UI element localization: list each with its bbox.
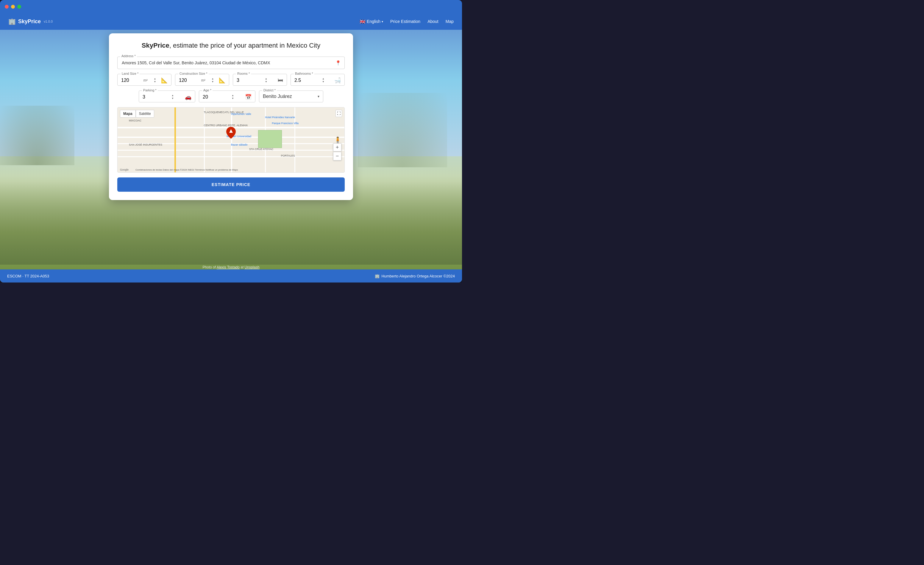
bathrooms-controls: ▲ ▼	[321, 77, 325, 83]
footer: ESCOM · TT 2024-A053 🏢 Humberto Alejandr…	[0, 270, 462, 283]
age-input[interactable]	[203, 94, 220, 100]
construction-size-label: Construction Size *	[178, 72, 208, 75]
rooms-field: Rooms * ▲ ▼ 🛏	[233, 74, 287, 86]
map-label-hiperlumen: Hiperlumen Valle	[231, 112, 251, 115]
parking-input[interactable]	[142, 94, 160, 100]
photo-credit-text: Photo of	[202, 265, 216, 270]
map-type-buttons: Mapa Satélite	[120, 110, 154, 118]
age-up[interactable]: ▲	[231, 94, 235, 97]
address-input[interactable]	[117, 57, 345, 69]
mountains-right	[358, 93, 447, 167]
construction-size-controls: ▲ ▼	[211, 77, 214, 83]
parking-controls: ▲ ▼	[171, 94, 174, 100]
nav-map[interactable]: Map	[446, 19, 454, 24]
nav-menu: 🇬🇧 English ▾ Price Estimation About Map	[360, 19, 454, 24]
parking-up[interactable]: ▲	[171, 94, 174, 97]
map-label-stca: STA CRUZ ATOYAC	[249, 148, 273, 151]
rooms-down[interactable]: ▼	[264, 80, 268, 83]
land-size-inner: m² ▲ ▼ 📐	[121, 77, 168, 84]
map-label-portales: PORTALES	[281, 154, 295, 157]
rooms-icon: 🛏	[278, 77, 283, 83]
construction-size-down[interactable]: ▼	[211, 80, 214, 83]
language-label: English	[367, 19, 380, 24]
mountains-left	[0, 106, 74, 165]
photo-platform-link[interactable]: Unsplash	[245, 265, 260, 270]
nav-about[interactable]: About	[428, 19, 438, 24]
land-size-unit: m²	[144, 78, 148, 82]
photo-author-link[interactable]: Alexis Tostado	[217, 265, 240, 270]
map-placeholder: MIXCOAC SAN JOSÉ INSURGENTES STA CRUZ AT…	[118, 108, 344, 172]
close-button[interactable]	[5, 5, 9, 9]
construction-size-icon: 📐	[219, 77, 225, 84]
rooms-label: Rooms *	[236, 72, 251, 75]
district-select[interactable]: Benito Juárez Cuauhtémoc Miguel Hidalgo …	[263, 94, 320, 99]
logo-icon: 🏢	[8, 18, 16, 25]
map-label-bazar: Bazar sábado	[231, 143, 248, 146]
construction-size-unit: m²	[201, 78, 206, 82]
rooms-up[interactable]: ▲	[264, 77, 268, 80]
traffic-lights	[5, 5, 21, 9]
district-field: District * Benito Juárez Cuauhtémoc Migu…	[259, 90, 323, 102]
age-inner: ▲ ▼ 📅	[203, 94, 252, 100]
land-size-label: Land Size *	[120, 72, 140, 75]
map-zoom-in[interactable]: +	[333, 143, 342, 151]
bathrooms-input[interactable]	[294, 78, 312, 83]
rooms-controls: ▲ ▼	[264, 77, 268, 83]
map-pegman[interactable]: 🧍	[334, 136, 342, 144]
photo-credit-at: at	[240, 265, 244, 270]
map-road-v-yellow	[174, 108, 176, 172]
map-google-logo: Google	[120, 168, 129, 171]
fields-row-1: Land Size * m² ▲ ▼ 📐 Construction Size *	[117, 74, 345, 86]
background-area: Photo of Alexis Tostado at Unsplash SkyP…	[0, 30, 462, 283]
rooms-input[interactable]	[237, 78, 255, 83]
form-card: SkyPrice, estimate the price of your apa…	[109, 33, 353, 200]
construction-size-up[interactable]: ▲	[211, 77, 214, 80]
chevron-down-icon: ▾	[382, 20, 383, 23]
construction-size-input[interactable]	[179, 78, 197, 83]
bathrooms-down[interactable]: ▼	[321, 80, 325, 83]
district-label: District *	[262, 88, 277, 92]
land-size-icon: 📐	[161, 77, 168, 84]
map-attribution: Google	[120, 168, 129, 171]
map-type-mapa[interactable]: Mapa	[120, 110, 136, 118]
address-field-group: Address * 📍	[117, 57, 345, 69]
map-road-v-1	[204, 108, 205, 172]
parking-icon: 🚗	[185, 94, 191, 100]
age-controls: ▲ ▼	[231, 94, 235, 100]
land-size-input[interactable]	[121, 78, 139, 83]
language-selector[interactable]: 🇬🇧 English ▾	[360, 19, 383, 24]
map-zoom-out[interactable]: −	[333, 152, 342, 160]
footer-right: 🏢 Humberto Alejandro Ortega Alcocer ©202…	[375, 274, 455, 278]
map-zoom-controls: + −	[333, 143, 342, 160]
maximize-button[interactable]	[17, 5, 21, 9]
bathrooms-icon: 🛁	[334, 77, 341, 84]
map-label-mixcoa: MIXCOAC	[129, 119, 141, 122]
map-label-centro: CENTRO URBANO PDTE. ALEMAN	[204, 124, 248, 127]
map-label-parque: Parque Francisco Villa	[272, 122, 298, 125]
photo-credit: Photo of Alexis Tostado at Unsplash	[202, 265, 259, 270]
nav-price-estimation[interactable]: Price Estimation	[390, 19, 420, 24]
map-park	[258, 130, 282, 148]
district-inner: Benito Juárez Cuauhtémoc Miguel Hidalgo …	[263, 94, 320, 99]
footer-icon: 🏢	[375, 274, 380, 278]
fields-row-2: Parking * ▲ ▼ 🚗 Age *	[139, 90, 323, 102]
map-container[interactable]: MIXCOAC SAN JOSÉ INSURGENTES STA CRUZ AT…	[117, 107, 345, 173]
age-down[interactable]: ▼	[231, 97, 235, 100]
estimate-price-button[interactable]: ESTIMATE PRICE	[117, 177, 345, 192]
map-type-satellite[interactable]: Satélite	[136, 110, 154, 118]
land-size-down[interactable]: ▼	[153, 80, 157, 83]
land-size-up[interactable]: ▲	[153, 77, 157, 80]
bathrooms-up[interactable]: ▲	[321, 77, 325, 80]
map-label-sji: SAN JOSÉ INSURGENTES	[129, 143, 162, 146]
minimize-button[interactable]	[11, 5, 15, 9]
address-label: Address *	[120, 54, 137, 58]
footer-left-text: ESCOM · TT 2024-A053	[7, 274, 49, 278]
land-size-controls: ▲ ▼	[153, 77, 157, 83]
title-bar	[0, 0, 462, 13]
construction-size-field: Construction Size * m² ▲ ▼ 📐	[175, 74, 229, 86]
parking-down[interactable]: ▼	[171, 97, 174, 100]
address-wrapper: 📍	[117, 57, 345, 69]
map-fullscreen-button[interactable]: ⛶	[336, 110, 342, 117]
flag-icon: 🇬🇧	[360, 19, 366, 24]
age-label: Age *	[202, 88, 213, 92]
